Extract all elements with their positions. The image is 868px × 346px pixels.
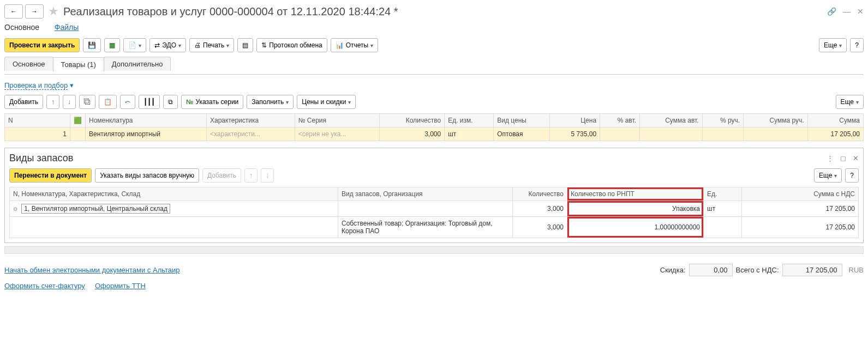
cell-sumauto[interactable]: [639, 128, 702, 141]
stock-cell-type[interactable]: [338, 201, 513, 217]
stock-cell-unit[interactable]: шт: [704, 201, 742, 217]
stock-cell-nomen[interactable]: ⊖ 1, Вентилятор импортный, Центральный с…: [10, 201, 338, 217]
create-based-button[interactable]: 📄: [123, 38, 146, 52]
tab-main[interactable]: Основное: [4, 57, 53, 71]
cell-pctauto[interactable]: [600, 128, 640, 141]
move-down-button[interactable]: ↓: [63, 95, 76, 109]
stock-cell-unit2[interactable]: [704, 217, 742, 238]
goods-row[interactable]: 1 Вентилятор импортный <характеристи... …: [5, 128, 864, 141]
col-pctman[interactable]: % руч.: [702, 114, 744, 128]
panel-close-icon[interactable]: ✕: [853, 154, 859, 162]
save-button[interactable]: 💾: [83, 38, 101, 52]
manual-stock-button[interactable]: Указать виды запасов вручную: [95, 168, 199, 183]
fill-button[interactable]: Заполнить: [247, 95, 294, 109]
footer: Начать обмен электронными документами с …: [4, 264, 864, 276]
col-n[interactable]: N: [5, 114, 70, 128]
stock-cell-rnpt2[interactable]: 1,00000000000: [567, 217, 704, 238]
post-button[interactable]: ▦: [104, 38, 120, 52]
cell-sum[interactable]: 17 205,00: [807, 128, 863, 141]
edo-button[interactable]: ⇄ ЭДО: [149, 38, 186, 52]
stock-cell-qty[interactable]: 3,000: [513, 201, 567, 217]
reports-button[interactable]: 📊 Отчеты: [331, 38, 378, 52]
print-button[interactable]: 🖨 Печать: [189, 38, 234, 52]
col-price[interactable]: Цена: [550, 114, 600, 128]
col-pricetype[interactable]: Вид цены: [494, 114, 550, 128]
barcode-button[interactable]: ┃┃┃: [139, 95, 160, 109]
cell-series[interactable]: <серия не ука...: [295, 128, 379, 141]
cell-n[interactable]: 1: [5, 128, 70, 141]
minimize-icon[interactable]: —: [843, 7, 851, 16]
copy-button[interactable]: ⿻: [79, 95, 95, 109]
col-char[interactable]: Характеристика: [206, 114, 295, 128]
cell-summan[interactable]: [744, 128, 807, 141]
stock-row-child[interactable]: Собственный товар; Организация: Торговый…: [10, 217, 859, 238]
panel-menu-icon[interactable]: ⋮: [827, 154, 834, 162]
list-button[interactable]: ▤: [237, 38, 253, 52]
stock-row-parent[interactable]: ⊖ 1, Вентилятор импортный, Центральный с…: [10, 201, 859, 217]
stock-col-unit[interactable]: Ед.: [704, 187, 742, 201]
link-icon[interactable]: 🔗: [827, 7, 836, 16]
stock-cell-qty2[interactable]: 3,000: [513, 217, 567, 238]
nav-main[interactable]: Основное: [4, 23, 39, 32]
col-series[interactable]: № Серия: [295, 114, 379, 128]
collapse-icon[interactable]: ⊖: [13, 206, 17, 212]
stock-down-button: ↓: [261, 168, 274, 183]
tab-goods[interactable]: Товары (1): [53, 57, 104, 71]
forward-button[interactable]: →: [25, 4, 44, 19]
stock-cell-sum2[interactable]: 17 205,00: [742, 217, 859, 238]
col-pctauto[interactable]: % авт.: [600, 114, 640, 128]
create-ttn-link[interactable]: Оформить ТТН: [95, 282, 146, 290]
stock-cell-sum[interactable]: 17 205,00: [742, 201, 859, 217]
cell-char[interactable]: <характеристи...: [206, 128, 295, 141]
stock-col-type[interactable]: Вид запасов, Организация: [338, 187, 513, 201]
post-and-close-button[interactable]: Провести и закрыть: [4, 38, 80, 52]
panel-maximize-icon[interactable]: ◻: [840, 154, 846, 162]
paste-button[interactable]: 📋: [99, 95, 117, 109]
create-invoice-link[interactable]: Оформить счет-фактуру: [4, 282, 85, 290]
stock-cell-rnpt[interactable]: Упаковка: [567, 201, 704, 217]
stock-help-button[interactable]: ?: [845, 168, 859, 183]
cell-qty[interactable]: 3,000: [379, 128, 444, 141]
prices-discounts-button[interactable]: Цены и скидки: [297, 95, 356, 109]
cell-nomen[interactable]: Вентилятор импортный: [86, 128, 207, 141]
goods-more-button[interactable]: Еще: [836, 95, 864, 109]
cell-unit[interactable]: шт: [445, 128, 494, 141]
scan-button[interactable]: ⧉: [163, 95, 178, 109]
start-exchange-link[interactable]: Начать обмен электронными документами с …: [4, 266, 180, 274]
series-button[interactable]: № Указать серии: [181, 95, 243, 109]
stock-more-button[interactable]: Еще: [814, 168, 842, 183]
stock-col-qty[interactable]: Количество: [513, 187, 567, 201]
stock-cell-type2[interactable]: Собственный товар; Организация: Торговый…: [338, 217, 513, 238]
horizontal-scrollbar[interactable]: [4, 246, 864, 254]
close-icon[interactable]: ✕: [857, 7, 864, 16]
tab-extra[interactable]: Дополнительно: [104, 57, 171, 71]
col-qty[interactable]: Количество: [379, 114, 444, 128]
col-sumauto[interactable]: Сумма авт.: [639, 114, 702, 128]
move-up-button[interactable]: ↑: [46, 95, 59, 109]
col-pic[interactable]: 🟩: [70, 114, 86, 128]
stock-cell-nomen2[interactable]: [10, 217, 338, 238]
col-sum[interactable]: Сумма: [807, 114, 863, 128]
transfer-button[interactable]: Перенести в документ: [9, 168, 92, 183]
protocol-button[interactable]: ⇅ Протокол обмена: [256, 38, 327, 52]
distribute-button[interactable]: ⤺: [120, 95, 135, 109]
back-button[interactable]: ←: [4, 4, 23, 19]
stock-col-rnpt[interactable]: Количество по РНПТ: [567, 187, 704, 201]
col-nomen[interactable]: Номенклатура: [86, 114, 207, 128]
nav-files[interactable]: Файлы: [55, 23, 79, 32]
stock-col-sum[interactable]: Сумма с НДС: [742, 187, 859, 201]
cell-pctman[interactable]: [702, 128, 744, 141]
goods-table: N 🟩 Номенклатура Характеристика № Серия …: [4, 113, 864, 141]
cell-pic[interactable]: [70, 128, 86, 141]
stock-col-nnomen[interactable]: N, Номенклатура, Характеристика, Склад: [10, 187, 338, 201]
add-row-button[interactable]: Добавить: [4, 95, 43, 109]
col-summan[interactable]: Сумма руч.: [744, 114, 807, 128]
cell-pricetype[interactable]: Оптовая: [494, 128, 550, 141]
page-title: Реализация товаров и услуг 0000-000004 о…: [63, 5, 398, 18]
star-icon[interactable]: ★: [48, 4, 59, 19]
more-button[interactable]: Еще: [819, 38, 847, 52]
cell-price[interactable]: 5 735,00: [550, 128, 600, 141]
check-and-select-link[interactable]: Проверка и подбор: [4, 81, 68, 90]
col-unit[interactable]: Ед. изм.: [445, 114, 494, 128]
help-button[interactable]: ?: [850, 38, 864, 52]
